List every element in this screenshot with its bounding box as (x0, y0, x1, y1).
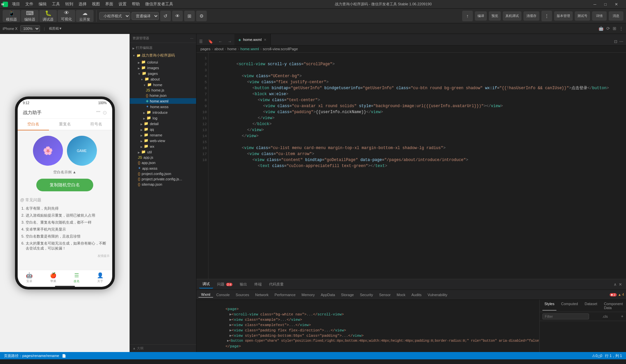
editor-split-icon[interactable]: ⊡ (614, 39, 617, 44)
dt-subtab-appdata[interactable]: AppData (318, 292, 338, 297)
ft-log[interactable]: 📁 log (130, 115, 196, 121)
styles-tab-styles[interactable]: Styles (542, 301, 556, 310)
filetree-more-icon[interactable]: ⋯ (190, 37, 193, 40)
ft-sitemap[interactable]: {} sitemap.json (130, 182, 196, 187)
mode-select[interactable]: 小程序模式 (99, 12, 130, 20)
ft-home-wxss[interactable]: ✦ home.wxss (130, 104, 196, 109)
ft-home-js[interactable]: JS home.js (130, 88, 196, 93)
open-editor-item[interactable]: 打开编辑器 (130, 44, 196, 52)
ft-rename[interactable]: 📁 rename (130, 132, 196, 138)
win-max-btn[interactable]: □ (604, 2, 607, 7)
preview-button[interactable]: 预览 (489, 11, 501, 21)
dt-collapse-icon[interactable]: ∧ (614, 282, 617, 287)
editor-button[interactable]: ⌨ 编辑器 (21, 10, 39, 22)
phone-profile-icon[interactable]: ⊙ (103, 109, 107, 116)
editor-forward-icon[interactable]: → (225, 38, 234, 45)
ft-qq[interactable]: 📁 qq (130, 126, 196, 132)
qrcode-button[interactable]: ⊞ (184, 11, 195, 21)
upload-icon-button[interactable]: ↑ (462, 11, 473, 21)
menu-item-view[interactable]: 视图 (92, 1, 100, 7)
dt-subtab-sources[interactable]: Sources (233, 292, 252, 297)
breadcrumb-home[interactable]: home (227, 47, 237, 51)
styles-tab-dataset[interactable]: Dataset (583, 301, 599, 310)
styles-cls-label[interactable]: .cls (602, 314, 608, 318)
menu-item-help[interactable]: 帮助 (132, 1, 140, 7)
dt-subtab-sensor[interactable]: Sensor (376, 292, 393, 297)
styles-tab-computed[interactable]: Computed (559, 301, 580, 310)
devtools-dom-tree[interactable]: <page> ▶<scroll-view class="bg-white nav… (196, 300, 539, 352)
detail-button[interactable]: 详情 (592, 11, 607, 21)
win-min-btn[interactable]: ─ (593, 2, 596, 7)
editor-tab-home-wxml[interactable]: ◈ home.wxml ✕ (234, 34, 271, 45)
ft-util[interactable]: 📁 util (130, 149, 196, 155)
dt-tab-debug[interactable]: 调试 (199, 280, 213, 288)
device-icon-more[interactable]: ⋮ (619, 26, 623, 31)
test-button[interactable]: 测试号 (575, 11, 590, 21)
breadcrumb-file[interactable]: home.wxml (240, 47, 259, 51)
dt-subtab-console[interactable]: Console (214, 292, 232, 297)
simulator-button[interactable]: 📱 模拟器 (3, 10, 20, 22)
root-folder-item[interactable]: 📁 战力查询小程序源码 (130, 52, 196, 59)
visual-button[interactable]: 👁 可视化 (58, 10, 75, 22)
ft-images[interactable]: 📁 images (130, 65, 196, 71)
menu-item-goto[interactable]: 转到 (65, 1, 73, 7)
styles-add-icon[interactable]: + (621, 314, 623, 319)
ft-colorui[interactable]: 📁 colorui (130, 59, 196, 65)
code-area[interactable]: 1 2 3 4 5 6 7 8 9 10 11 12 13 14 15 16 1… (196, 53, 626, 279)
message-button[interactable]: 消息 (609, 11, 623, 21)
real-debug-button[interactable]: 真机调试 (503, 11, 521, 21)
zoom-select[interactable]: 100% (20, 25, 40, 32)
dt-tab-output[interactable]: 输出 (236, 280, 250, 288)
dt-subtab-network[interactable]: Network (252, 292, 271, 297)
editor-sidebar-toggle[interactable]: ☰ (196, 38, 205, 45)
ft-app-js[interactable]: JS app.js (130, 155, 196, 160)
nav-rename[interactable]: ☰ 改名 (74, 272, 80, 283)
dt-tab-problems[interactable]: 问题 2·4 (214, 280, 236, 288)
ft-project-config[interactable]: {} project.config.json (130, 171, 196, 176)
editor-tab-close[interactable]: ✕ (264, 38, 266, 42)
dt-subtab-audits[interactable]: Audits (409, 292, 425, 297)
menu-item-interface[interactable]: 界面 (105, 1, 113, 7)
ft-home-folder[interactable]: 📁 home (130, 82, 196, 88)
menu-item-project[interactable]: 项目 (12, 1, 20, 7)
settings2-button[interactable]: ⚙ (196, 11, 207, 21)
breadcrumb-element[interactable]: scroll-view.scrollPage (263, 47, 298, 51)
capture-button[interactable]: 截图截▼ (49, 26, 62, 31)
filetree-section[interactable]: 打开编辑器 📁 战力查询小程序源码 📁 colorui 📁 images 📁 p (130, 43, 196, 188)
styles-filter-input[interactable] (542, 313, 589, 319)
code-content[interactable]: <scroll-view scroll-y class="scrollPage"… (208, 53, 626, 279)
debugger-button[interactable]: 🐛 调试器 (39, 10, 57, 22)
phone-tab-blank[interactable]: 空白名 (18, 119, 49, 130)
cloud-button[interactable]: ☁ 云开发 (76, 10, 94, 22)
device-icon-android[interactable]: 🤖 (598, 26, 604, 31)
phone-tab-repeat[interactable]: 重复名 (49, 119, 81, 130)
styles-tab-component[interactable]: Component Data (602, 301, 625, 310)
ft-home-wxml[interactable]: ◈ home.wxml (130, 98, 196, 104)
device-icon-rotate[interactable]: ⟳ (606, 26, 610, 31)
menu-item-settings[interactable]: 设置 (119, 1, 127, 7)
menu-item-select[interactable]: 选择 (79, 1, 87, 7)
dt-tab-quality[interactable]: 代码质量 (266, 280, 287, 288)
menu-item-tool[interactable]: 工具 (52, 1, 60, 7)
dt-tab-terminal[interactable]: 终端 (251, 280, 265, 288)
nav-about[interactable]: 👤 关于 (97, 272, 104, 283)
breadcrumb-pages[interactable]: pages (200, 47, 210, 51)
ft-app-json[interactable]: {} app.json (130, 160, 196, 165)
ft-app-wxss[interactable]: ✦ app.wxss (130, 165, 196, 171)
dt-subtab-wxml[interactable]: Wxml (198, 292, 213, 297)
nav-android[interactable]: 🤖 安卓 (26, 272, 33, 283)
ft-project-private[interactable]: {} project.private.config.js... (130, 176, 196, 182)
compile-button[interactable]: 编译 (475, 11, 487, 21)
refresh-button[interactable]: ↺ (160, 11, 171, 21)
ft-webview[interactable]: 📁 web-view (130, 138, 196, 143)
dt-subtab-storage[interactable]: Storage (338, 292, 357, 297)
menu-item-wechat[interactable]: 微信开发者工具 (145, 1, 173, 7)
dt-subtab-performance[interactable]: Performance (272, 292, 298, 297)
phone-tab-symbol[interactable]: 符号名 (81, 119, 112, 130)
ft-introduce[interactable]: 📁 introduce (130, 109, 196, 115)
editor-bookmark-icon[interactable]: 🔖 (205, 38, 216, 45)
dt-subtab-mock[interactable]: Mock (394, 292, 408, 297)
preview-icon-button[interactable]: 👁 (172, 11, 183, 21)
compile-select[interactable]: 普通编译 (132, 12, 159, 20)
ft-wx[interactable]: 📁 wx (130, 143, 196, 149)
